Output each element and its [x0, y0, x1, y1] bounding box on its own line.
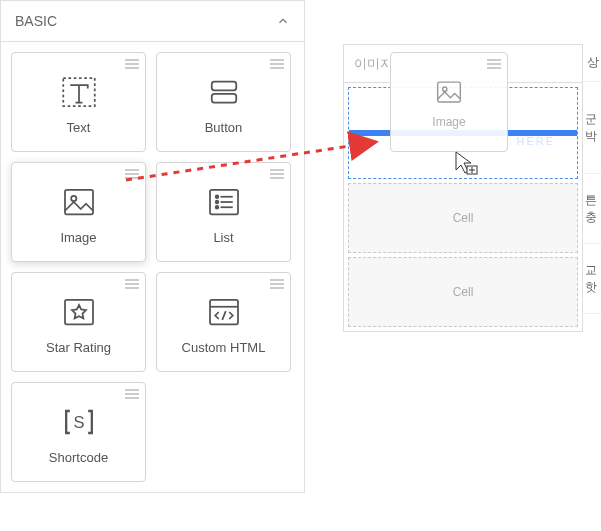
drop-hint-text: HERE: [516, 135, 555, 147]
widget-text[interactable]: Text: [11, 52, 146, 152]
side-label: 튼충: [585, 174, 601, 244]
star-icon: [58, 290, 100, 334]
text-icon: [58, 70, 100, 114]
svg-text:S: S: [73, 413, 84, 431]
image-icon: [430, 75, 468, 109]
ghost-label: Image: [432, 115, 465, 129]
side-label: 상: [585, 44, 601, 82]
grip-icon: [125, 389, 139, 399]
grip-icon: [487, 59, 501, 69]
side-label: 군박: [585, 82, 601, 174]
widget-shortcode[interactable]: S Shortcode: [11, 382, 146, 482]
widget-label: Star Rating: [46, 340, 111, 355]
svg-point-4: [71, 195, 76, 200]
widget-label: List: [213, 230, 233, 245]
image-icon: [58, 180, 100, 224]
widget-label: Button: [205, 120, 243, 135]
cell-label: Cell: [453, 211, 474, 225]
svg-point-8: [215, 200, 218, 203]
grip-icon: [270, 59, 284, 69]
svg-point-6: [215, 195, 218, 198]
code-icon: [203, 290, 245, 334]
empty-cell[interactable]: Cell: [348, 257, 578, 327]
grip-icon: [270, 169, 284, 179]
side-label: 교핫: [585, 244, 601, 314]
svg-rect-3: [65, 189, 93, 214]
cell-label: Cell: [453, 285, 474, 299]
drag-ghost: Image: [390, 52, 508, 152]
widget-label: Custom HTML: [182, 340, 266, 355]
svg-point-17: [443, 87, 447, 91]
side-column: 상 군박 튼충 교핫: [585, 44, 601, 314]
list-icon: [203, 180, 245, 224]
button-icon: [203, 70, 245, 114]
widget-list[interactable]: List: [156, 162, 291, 262]
empty-cell[interactable]: Cell: [348, 183, 578, 253]
widget-label: Text: [67, 120, 91, 135]
grip-icon: [125, 59, 139, 69]
widget-label: Shortcode: [49, 450, 108, 465]
shortcode-icon: S: [56, 400, 102, 444]
widget-button[interactable]: Button: [156, 52, 291, 152]
svg-rect-2: [211, 93, 236, 102]
grip-icon: [270, 279, 284, 289]
svg-rect-13: [210, 299, 238, 324]
svg-rect-16: [438, 82, 461, 102]
svg-rect-1: [211, 81, 236, 90]
canvas-header-label: 이미지: [354, 55, 393, 73]
panel-title: BASIC: [15, 13, 57, 29]
widget-panel: BASIC Text Button: [0, 0, 305, 493]
panel-header[interactable]: BASIC: [1, 1, 304, 42]
panel-body: Text Button Image: [1, 42, 304, 492]
widget-star-rating[interactable]: Star Rating: [11, 272, 146, 372]
widget-label: Image: [60, 230, 96, 245]
widget-custom-html[interactable]: Custom HTML: [156, 272, 291, 372]
grip-icon: [125, 169, 139, 179]
chevron-up-icon: [276, 14, 290, 28]
svg-point-10: [215, 205, 218, 208]
grip-icon: [125, 279, 139, 289]
widget-image[interactable]: Image: [11, 162, 146, 262]
